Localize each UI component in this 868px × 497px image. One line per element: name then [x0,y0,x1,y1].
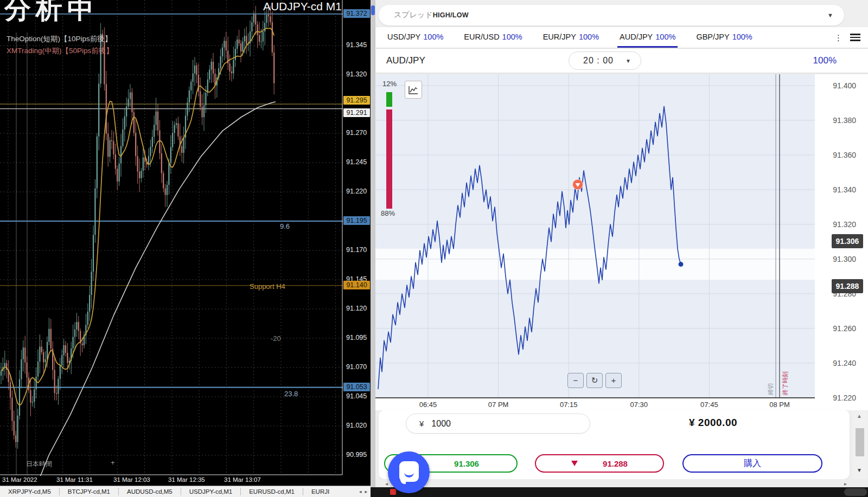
low-strike-badge: 91.288 [832,279,863,293]
chart-label: 23.8 [284,390,298,398]
price-axis: 91.34591.32091.27091.24591.22091.17091.1… [343,0,371,476]
price-tick: 91.300 [833,255,856,263]
taskbar-red-icon[interactable] [390,489,396,495]
time-tick: 07:30 [630,401,648,409]
price-tick: 91.400 [833,81,856,90]
mt4-panel: 分析中 AUDJPY-cd M1 TheOption(短期)【10Pips前後】… [0,0,371,497]
purchase-button[interactable]: 購入 [682,454,822,473]
hamburger-menu-icon[interactable] [850,32,860,43]
price-tick: 91.070 [346,363,367,371]
pair-tab-payout: 100% [423,33,443,41]
chevron-down-icon[interactable]: ▼ [827,12,833,18]
low-percentage-label: 88% [381,209,395,217]
price-badge: 91.291 [343,108,370,117]
amount-value: 1000 [431,419,451,429]
chart-type-button[interactable] [405,81,422,99]
annotation-theoption: TheOption(短期)【10Pips前後】 [7,34,112,44]
tab-scroll-arrows: ◂▸ [359,489,371,494]
vertical-scroll-thumb[interactable] [856,428,864,456]
scroll-down-icon[interactable]: ▼ [857,467,862,473]
divider-scroll-chip[interactable] [371,5,375,15]
price-line-chart[interactable]: 締切終了時刻 [375,74,815,410]
price-tick: 91.170 [346,246,367,254]
low-entry-marker [573,179,583,190]
price-tick: 91.020 [346,422,367,429]
price-tick: 91.095 [346,334,367,341]
currency-symbol: ¥ [419,419,424,428]
pair-tab-usd-jpy[interactable]: USD/JPY100% [385,27,445,48]
price-tick: 91.345 [346,41,367,49]
time-tick: 07:15 [560,401,578,409]
price-tick: 91.380 [833,116,856,125]
chart-label: -20 [271,334,281,343]
chart-tab-eurusd-cd-m1[interactable]: EURUSD-cd,M1 [241,488,303,495]
pair-tab-eur-jpy[interactable]: EUR/JPY100% [541,27,601,48]
tab-scroll-right-icon[interactable]: ▸ [365,489,367,494]
panel-divider [371,0,375,497]
payout-amount: ¥ 2000.00 [689,417,737,429]
price-tick: 91.260 [833,324,856,333]
pair-tab-eur-usd[interactable]: EUR/USD100% [462,27,524,48]
zoom-in-button[interactable]: + [605,373,622,388]
spread-type-dropdown[interactable]: スプレッド HIGH/LOW ▼ [379,5,844,25]
price-tick: 91.360 [833,151,856,159]
price-badge: 91.372 [343,9,370,18]
amount-input[interactable]: ¥ 1000 [406,414,590,434]
price-badge: 91.053 [343,383,370,391]
price-badge: 91.295 [343,96,370,105]
tab-bar-icons: ⋮ [834,27,868,48]
chart-tab-xrpjpy-cd-m5[interactable]: XRPJPY-cd,M5 [0,488,59,495]
pair-tab-aud-jpy[interactable]: AUD/JPY100% [617,27,678,48]
price-tick: 91.120 [346,305,367,312]
time-axis-right: 06:4507 PM07:1507:3007:4508 PM [375,397,815,410]
plus-icon[interactable]: + [111,459,115,467]
horizontal-scrollbar[interactable] [375,479,868,487]
refresh-button[interactable]: ↻ [586,373,603,388]
asset-payout-label: 100% [813,55,837,66]
expiry-time-value: 20 : 00 [583,56,614,66]
scroll-right-icon[interactable]: ▸ [844,481,847,487]
price-tick: 91.320 [833,220,856,229]
kebab-menu-icon[interactable]: ⋮ [834,36,843,39]
pair-tab-payout: 100% [579,33,599,41]
time-tick: 08 PM [769,401,790,409]
line-chart-icon [408,85,419,95]
time-axis: 31 Mar 202231 Mar 11:3131 Mar 12:0331 Ma… [0,476,371,486]
chart-tab-audusd-cd-m5[interactable]: AUDUSD-cd,M5 [119,488,181,495]
arrow-down-icon [571,461,578,466]
buy-low-button[interactable]: 91.288 [535,454,664,473]
pair-tab-payout: 100% [655,33,675,41]
taskbar [371,487,868,497]
candlestick-chart[interactable] [0,0,343,476]
date-tick: 31 Mar 12:35 [168,476,205,483]
pair-tab-label: USD/JPY [387,33,420,41]
date-tick: 31 Mar 12:03 [113,476,150,483]
chevron-down-icon[interactable]: ▼ [626,58,631,64]
pair-tab-bar: USD/JPY100%EUR/USD100%EUR/JPY100%AUD/JPY… [375,27,868,48]
end-time-line-label: 終了時刻 [782,371,788,396]
spread-prefix-label: スプレッド [394,10,433,20]
price-tick: 91.220 [833,393,856,402]
price-badge: 91.195 [343,216,370,225]
price-tick: 91.240 [833,359,856,367]
price-tick: 91.045 [346,392,367,400]
purchase-label: 購入 [744,458,761,469]
zoom-out-button[interactable]: − [567,373,584,388]
chart-symbol-title: AUDJPY-cd M1 [263,0,342,13]
tab-scroll-left-icon[interactable]: ◂ [359,489,362,494]
chart-tab-usdjpy-cd-m1[interactable]: USDJPY-cd,M1 [181,488,240,495]
chart-tab-btcjpy-cd-m1[interactable]: BTCJPY-cd,M1 [60,488,118,495]
annotation-xmtrading: XMTrading(中期)【50Pips前後】 [7,46,113,56]
time-tick: 06:45 [419,401,437,409]
chart-tab-eurji[interactable]: EURJI [303,488,337,495]
scroll-up-icon[interactable]: ▲ [857,413,862,419]
price-tick: 91.245 [346,158,367,166]
pair-tab-label: EUR/USD [464,33,499,41]
time-tick: 07 PM [488,401,509,409]
taskbar-pill[interactable] [844,488,867,496]
expiry-time-dropdown[interactable]: 20 : 00 ▼ [569,51,641,70]
pair-tab-gbp-jpy[interactable]: GBP/JPY100% [694,27,754,48]
high-gauge-bar [386,92,392,107]
pair-tab-label: AUD/JPY [620,33,653,41]
scroll-left-icon[interactable]: ◂ [385,481,388,487]
